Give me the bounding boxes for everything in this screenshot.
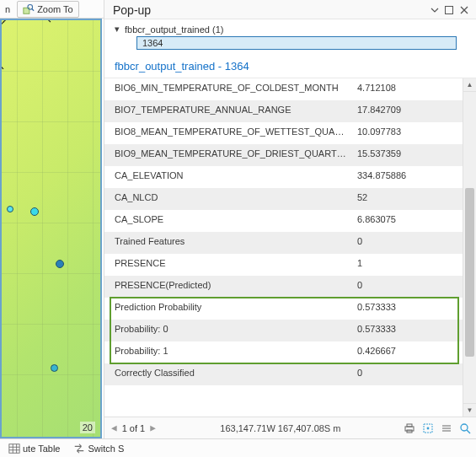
attribute-key: Correctly Classified xyxy=(104,363,352,385)
vertical-scrollbar[interactable]: ▲ ▼ xyxy=(463,78,476,417)
switch-label: Switch S xyxy=(88,444,124,454)
svg-point-10 xyxy=(427,427,430,429)
attribute-key: PRESENCE(Predicted) xyxy=(104,276,352,298)
svg-rect-3 xyxy=(446,7,453,14)
attribute-key: Prediction Probability xyxy=(104,298,352,320)
popup-header: Pop-up xyxy=(104,0,476,19)
attribute-row[interactable]: Trained Features0 xyxy=(104,232,463,254)
attribute-key: BIO9_MEAN_TEMPERATURE_OF_DRIEST_QUARTER xyxy=(104,144,352,166)
switch-icon xyxy=(73,443,85,454)
scroll-up-icon[interactable]: ▲ xyxy=(463,78,476,92)
attribute-value: 17.842709 xyxy=(352,100,463,122)
map-canvas[interactable]: 20 xyxy=(0,19,102,438)
dropdown-icon[interactable] xyxy=(431,6,439,14)
attribute-key: CA_NLCD xyxy=(104,188,352,210)
attribute-key: BIO7_TEMPERATURE_ANNUAL_RANGE xyxy=(104,100,352,122)
attribute-key: Probability: 1 xyxy=(104,341,352,363)
attribute-value: 0 xyxy=(352,363,463,385)
popup-body: fbbcr_output_trained - 1364 BIO6_MIN_TEM… xyxy=(104,55,476,417)
attribute-table-wrap: BIO6_MIN_TEMPERATURE_OF_COLDEST_MONTH4.7… xyxy=(104,78,476,417)
attribute-row[interactable]: Probability: 10.426667 xyxy=(104,341,463,363)
popup-pane: Pop-up ▾ fbbcr_output_trained (1) 1364 f… xyxy=(104,0,476,438)
attribute-value: 0 xyxy=(352,232,463,254)
attribute-key: Trained Features xyxy=(104,232,352,254)
window-float-icon[interactable] xyxy=(444,5,454,15)
attribute-row[interactable]: CA_SLOPE6.863075 xyxy=(104,210,463,232)
attribute-value: 0 xyxy=(352,276,463,298)
attribute-table-button[interactable]: ute Table xyxy=(3,441,65,456)
scale-label: 20 xyxy=(80,422,95,433)
attribute-value: 6.863075 xyxy=(352,210,463,232)
tree-root-item[interactable]: ▾ fbbcr_output_trained (1) xyxy=(113,22,468,36)
menu-icon[interactable] xyxy=(441,422,452,434)
attribute-value: 0.426667 xyxy=(352,341,463,363)
ribbon-label-left: n xyxy=(2,4,13,14)
pager: ◀ 1 of 1 ▶ xyxy=(110,422,158,433)
feature-heading: fbbcr_output_trained - 1364 xyxy=(104,55,476,78)
bottom-toolbar: ute Table Switch S xyxy=(0,438,476,457)
zoom-to-button[interactable]: Zoom To xyxy=(17,1,79,18)
attribute-table-label: ute Table xyxy=(23,444,60,454)
attribute-value: 15.537359 xyxy=(352,144,463,166)
point-feature[interactable] xyxy=(30,207,39,216)
popup-title: Pop-up xyxy=(113,3,151,17)
pager-text: 1 of 1 xyxy=(122,423,146,433)
attribute-row[interactable]: BIO7_TEMPERATURE_ANNUAL_RANGE17.842709 xyxy=(104,100,463,122)
attribute-table[interactable]: BIO6_MIN_TEMPERATURE_OF_COLDEST_MONTH4.7… xyxy=(104,78,463,417)
attribute-row[interactable]: Prediction Probability0.573333 xyxy=(104,298,463,320)
attribute-row[interactable]: BIO8_MEAN_TEMPERATURE_OF_WETTEST_QUARTER… xyxy=(104,122,463,144)
attribute-row[interactable]: CA_NLCD52 xyxy=(104,188,463,210)
identify-icon[interactable] xyxy=(459,422,471,434)
attribute-value: 10.097783 xyxy=(352,122,463,144)
attribute-value: 0.573333 xyxy=(352,320,463,341)
attribute-value: 1 xyxy=(352,254,463,276)
attribute-row[interactable]: BIO9_MEAN_TEMPERATURE_OF_DRIEST_QUARTER1… xyxy=(104,144,463,166)
attribute-key: CA_SLOPE xyxy=(104,210,352,232)
close-icon[interactable] xyxy=(459,5,469,15)
svg-line-15 xyxy=(467,430,470,433)
svg-rect-7 xyxy=(407,424,412,427)
scroll-down-icon[interactable]: ▼ xyxy=(463,403,476,417)
attribute-value: 334.875886 xyxy=(352,166,463,188)
attribute-key: PRESENCE xyxy=(104,254,352,276)
pager-next-icon[interactable]: ▶ xyxy=(148,422,158,433)
point-feature[interactable] xyxy=(7,206,13,212)
attribute-key: BIO8_MEAN_TEMPERATURE_OF_WETTEST_QUARTER xyxy=(104,122,352,144)
attribute-row[interactable]: CA_ELEVATION334.875886 xyxy=(104,166,463,188)
tree-child-selected[interactable]: 1364 xyxy=(136,36,457,50)
table-icon xyxy=(8,443,20,454)
zoom-to-label: Zoom To xyxy=(37,4,73,14)
feature-tree: ▾ fbbcr_output_trained (1) 1364 xyxy=(104,19,476,55)
scroll-thumb[interactable] xyxy=(465,188,474,357)
attribute-row[interactable]: PRESENCE1 xyxy=(104,254,463,276)
print-icon[interactable] xyxy=(404,422,415,434)
attribute-row[interactable]: PRESENCE(Predicted)0 xyxy=(104,276,463,298)
attribute-value: 0.573333 xyxy=(352,298,463,320)
switch-button[interactable]: Switch S xyxy=(68,441,129,456)
select-icon[interactable] xyxy=(422,422,434,434)
attribute-key: BIO6_MIN_TEMPERATURE_OF_COLDEST_MONTH xyxy=(104,78,352,100)
attribute-row[interactable]: Correctly Classified0 xyxy=(104,363,463,385)
svg-point-14 xyxy=(461,424,468,431)
attribute-value: 4.712108 xyxy=(352,78,463,100)
popup-footer: ◀ 1 of 1 ▶ 163,147.71W 167,407.08S m xyxy=(104,417,476,438)
magnifier-map-icon xyxy=(23,3,35,15)
attribute-key: Probability: 0 xyxy=(104,320,352,341)
point-feature[interactable] xyxy=(51,364,58,372)
attribute-row[interactable]: BIO6_MIN_TEMPERATURE_OF_COLDEST_MONTH4.7… xyxy=(104,78,463,100)
svg-line-2 xyxy=(32,8,34,10)
tree-root-label: fbbcr_output_trained (1) xyxy=(125,24,223,35)
attribute-value: 52 xyxy=(352,188,463,210)
svg-rect-16 xyxy=(9,444,19,453)
attribute-row[interactable]: Probability: 00.573333 xyxy=(104,320,463,341)
attribute-key: CA_ELEVATION xyxy=(104,166,352,188)
coordinate-readout: 163,147.71W 167,407.08S m xyxy=(163,423,398,433)
point-feature[interactable] xyxy=(56,260,64,268)
tree-collapse-icon[interactable]: ▾ xyxy=(113,24,121,35)
pager-prev-icon[interactable]: ◀ xyxy=(110,422,119,433)
